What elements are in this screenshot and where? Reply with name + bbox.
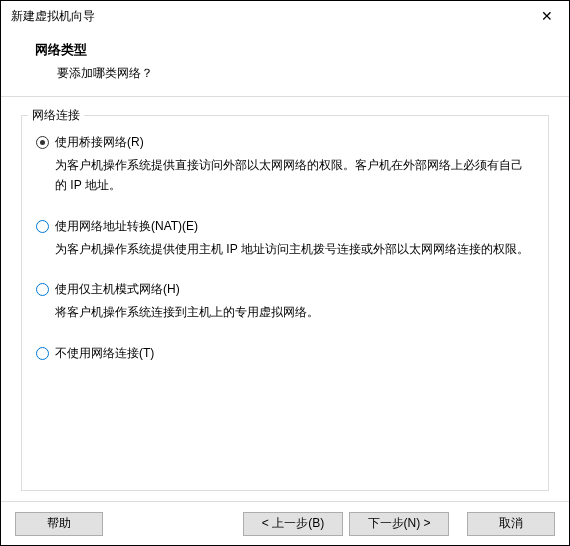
radio-label: 使用网络地址转换(NAT)(E) xyxy=(55,218,198,235)
cancel-button[interactable]: 取消 xyxy=(467,512,555,536)
radio-nat[interactable]: 使用网络地址转换(NAT)(E) xyxy=(36,218,534,235)
group-legend: 网络连接 xyxy=(28,107,84,124)
close-button[interactable]: ✕ xyxy=(525,1,569,31)
option-none: 不使用网络连接(T) xyxy=(36,345,534,362)
close-icon: ✕ xyxy=(541,8,553,24)
radio-label: 使用桥接网络(R) xyxy=(55,134,144,151)
option-desc: 将客户机操作系统连接到主机上的专用虚拟网络。 xyxy=(55,302,534,322)
radio-icon xyxy=(36,220,49,233)
page-subtitle: 要添加哪类网络？ xyxy=(35,65,569,82)
radio-none[interactable]: 不使用网络连接(T) xyxy=(36,345,534,362)
next-button[interactable]: 下一步(N) > xyxy=(349,512,449,536)
radio-icon xyxy=(36,347,49,360)
radio-label: 不使用网络连接(T) xyxy=(55,345,154,362)
option-desc: 为客户机操作系统提供使用主机 IP 地址访问主机拨号连接或外部以太网网络连接的权… xyxy=(55,239,534,259)
option-hostonly: 使用仅主机模式网络(H) 将客户机操作系统连接到主机上的专用虚拟网络。 xyxy=(36,281,534,322)
wizard-body: 网络连接 使用桥接网络(R) 为客户机操作系统提供直接访问外部以太网网络的权限。… xyxy=(1,97,569,501)
window-title: 新建虚拟机向导 xyxy=(11,8,95,25)
option-bridged: 使用桥接网络(R) 为客户机操作系统提供直接访问外部以太网网络的权限。客户机在外… xyxy=(36,134,534,196)
network-connection-group: 网络连接 使用桥接网络(R) 为客户机操作系统提供直接访问外部以太网网络的权限。… xyxy=(21,115,549,491)
help-button[interactable]: 帮助 xyxy=(15,512,103,536)
radio-icon xyxy=(36,136,49,149)
wizard-header: 网络类型 要添加哪类网络？ xyxy=(1,31,569,97)
wizard-footer: 帮助 < 上一步(B) 下一步(N) > 取消 xyxy=(1,501,569,545)
option-nat: 使用网络地址转换(NAT)(E) 为客户机操作系统提供使用主机 IP 地址访问主… xyxy=(36,218,534,259)
radio-hostonly[interactable]: 使用仅主机模式网络(H) xyxy=(36,281,534,298)
radio-icon xyxy=(36,283,49,296)
radio-bridged[interactable]: 使用桥接网络(R) xyxy=(36,134,534,151)
option-desc: 为客户机操作系统提供直接访问外部以太网网络的权限。客户机在外部网络上必须有自己的… xyxy=(55,155,534,196)
page-title: 网络类型 xyxy=(35,41,569,59)
radio-label: 使用仅主机模式网络(H) xyxy=(55,281,180,298)
titlebar: 新建虚拟机向导 ✕ xyxy=(1,1,569,31)
back-button[interactable]: < 上一步(B) xyxy=(243,512,343,536)
